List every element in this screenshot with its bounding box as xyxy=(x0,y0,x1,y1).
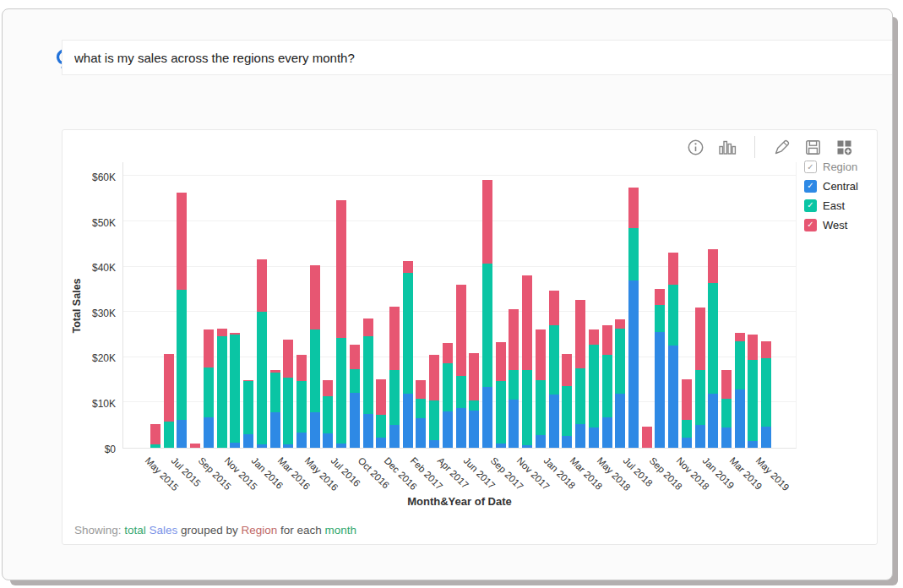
bar-segment-east[interactable] xyxy=(243,381,253,434)
bar-segment-west[interactable] xyxy=(190,444,200,448)
bar-segment-east[interactable] xyxy=(376,415,386,438)
bar-segment-central[interactable] xyxy=(721,427,732,448)
stacked-bar-sep-2017[interactable] xyxy=(496,162,506,448)
bar-segment-east[interactable] xyxy=(389,370,400,425)
bar-segment-west[interactable] xyxy=(522,275,532,370)
column-chart-icon[interactable] xyxy=(718,139,737,156)
bar-segment-central[interactable] xyxy=(482,387,492,448)
stacked-bar-aug-2018[interactable] xyxy=(642,162,652,448)
bar-segment-west[interactable] xyxy=(350,345,360,368)
stacked-bar-jul-2017[interactable] xyxy=(482,162,492,448)
stacked-bar-mar-2017[interactable] xyxy=(429,162,439,448)
bar-segment-west[interactable] xyxy=(363,318,373,336)
stacked-bar-sep-2015[interactable] xyxy=(204,162,214,448)
checkbox-icon[interactable]: ✓ xyxy=(804,219,817,231)
bar-segment-west[interactable] xyxy=(389,307,400,370)
bar-segment-west[interactable] xyxy=(456,285,466,377)
bar-segment-west[interactable] xyxy=(403,261,413,274)
bar-segment-east[interactable] xyxy=(416,399,426,418)
edit-pencil-icon[interactable] xyxy=(773,139,791,156)
bar-segment-west[interactable] xyxy=(257,259,267,312)
bar-segment-east[interactable] xyxy=(217,336,227,448)
legend-item-west[interactable]: ✓West xyxy=(804,219,877,231)
bar-segment-west[interactable] xyxy=(695,308,705,370)
bar-segment-west[interactable] xyxy=(443,343,453,364)
stacked-bar-jan-2016[interactable] xyxy=(257,162,267,448)
bar-segment-east[interactable] xyxy=(363,336,373,414)
stacked-bar-oct-2016[interactable] xyxy=(363,162,373,448)
bar-segment-east[interactable] xyxy=(296,381,307,433)
checkbox-icon[interactable]: ✓ xyxy=(804,180,817,193)
bar-segment-west[interactable] xyxy=(429,355,439,401)
bar-segment-west[interactable] xyxy=(310,265,320,329)
query-input[interactable] xyxy=(62,40,893,75)
legend-header-region[interactable]: ✓Region xyxy=(804,161,877,173)
stacked-bar-dec-2017[interactable] xyxy=(536,162,546,448)
bar-segment-west[interactable] xyxy=(562,354,572,386)
bar-segment-east[interactable] xyxy=(748,360,758,442)
bar-segment-central[interactable] xyxy=(549,395,559,448)
bar-segment-west[interactable] xyxy=(469,353,479,400)
bar-segment-east[interactable] xyxy=(429,400,439,440)
bar-segment-east[interactable] xyxy=(403,273,413,394)
bar-segment-central[interactable] xyxy=(761,427,771,448)
stacked-bar-may-2017[interactable] xyxy=(456,162,466,448)
bar-segment-west[interactable] xyxy=(150,424,160,445)
bar-segment-west[interactable] xyxy=(204,329,214,368)
stacked-bar-apr-2018[interactable] xyxy=(589,162,599,448)
bar-segment-central[interactable] xyxy=(296,433,307,448)
stacked-bar-apr-2019[interactable] xyxy=(748,162,758,448)
stacked-bar-may-2018[interactable] xyxy=(602,162,612,448)
stacked-bar-sep-2018[interactable] xyxy=(655,162,665,448)
stacked-bar-jul-2016[interactable] xyxy=(336,162,346,448)
bar-segment-west[interactable] xyxy=(177,193,187,290)
bar-segment-central[interactable] xyxy=(615,394,625,448)
stacked-bar-feb-2019[interactable] xyxy=(721,162,732,448)
bar-segment-central[interactable] xyxy=(336,444,346,448)
bar-segment-central[interactable] xyxy=(177,420,187,448)
bar-segment-central[interactable] xyxy=(602,417,612,448)
bar-segment-east[interactable] xyxy=(522,370,532,445)
bar-segment-central[interactable] xyxy=(456,408,466,448)
bar-segment-east[interactable] xyxy=(177,290,187,420)
bar-segment-central[interactable] xyxy=(628,280,639,448)
stacked-bar-feb-2017[interactable] xyxy=(416,162,426,448)
bar-segment-east[interactable] xyxy=(310,329,320,412)
bar-segment-west[interactable] xyxy=(549,291,559,326)
bar-segment-west[interactable] xyxy=(721,370,732,398)
bar-segment-east[interactable] xyxy=(204,368,214,417)
info-icon[interactable] xyxy=(687,139,704,156)
bar-segment-west[interactable] xyxy=(164,354,174,422)
stacked-bar-mar-2016[interactable] xyxy=(283,162,293,448)
bar-segment-west[interactable] xyxy=(217,329,227,336)
bar-segment-west[interactable] xyxy=(336,200,346,337)
bar-segment-west[interactable] xyxy=(376,379,386,415)
summary-token[interactable]: Sales xyxy=(150,524,182,536)
stacked-bar-mar-2019[interactable] xyxy=(735,162,745,448)
bar-segment-central[interactable] xyxy=(655,332,665,448)
bar-segment-east[interactable] xyxy=(682,420,692,438)
stacked-bar-may-2016[interactable] xyxy=(310,162,320,448)
bar-segment-east[interactable] xyxy=(257,312,267,444)
bar-segment-east[interactable] xyxy=(150,444,160,448)
add-to-dashboard-icon[interactable] xyxy=(835,139,853,156)
bar-segment-west[interactable] xyxy=(589,329,599,346)
bar-segment-central[interactable] xyxy=(589,427,599,448)
bar-segment-west[interactable] xyxy=(296,355,307,381)
bar-segment-central[interactable] xyxy=(509,400,519,448)
bar-segment-west[interactable] xyxy=(748,335,758,360)
bar-segment-central[interactable] xyxy=(389,425,400,448)
bar-segment-east[interactable] xyxy=(735,341,745,389)
bar-segment-west[interactable] xyxy=(536,329,546,380)
stacked-bar-jan-2018[interactable] xyxy=(549,162,559,448)
stacked-bar-mar-2018[interactable] xyxy=(575,162,585,448)
bar-segment-east[interactable] xyxy=(536,380,546,435)
bar-segment-central[interactable] xyxy=(496,444,506,448)
stacked-bar-jun-2016[interactable] xyxy=(323,162,333,448)
bar-segment-central[interactable] xyxy=(695,425,705,448)
bar-segment-central[interactable] xyxy=(204,417,214,448)
bar-segment-west[interactable] xyxy=(602,325,612,354)
bar-segment-east[interactable] xyxy=(482,264,492,387)
bar-segment-central[interactable] xyxy=(310,412,320,448)
bar-segment-east[interactable] xyxy=(575,368,585,423)
